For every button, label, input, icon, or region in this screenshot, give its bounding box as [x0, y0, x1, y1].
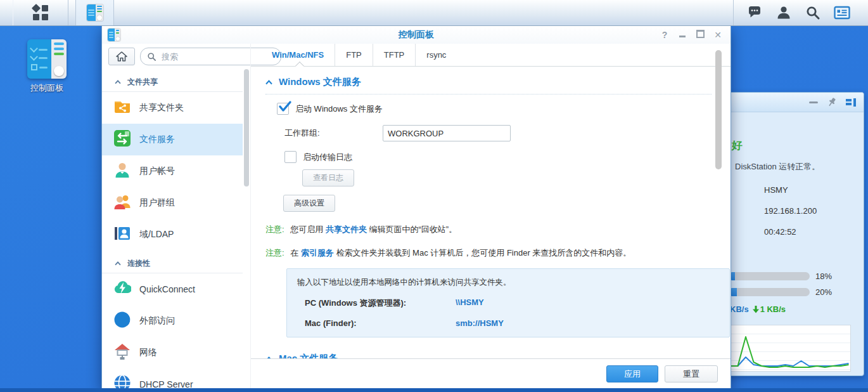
access-address-row: Mac (Finder):smb://HSMY	[297, 318, 719, 328]
sidebar-item-domain-ldap[interactable]: 域/LDAP	[102, 219, 243, 251]
home-button[interactable]	[108, 48, 135, 65]
tab-ftp[interactable]: FTP	[335, 44, 373, 66]
sidebar-item-label: 用户群组	[139, 197, 175, 209]
sidebar-scrollbar[interactable]	[244, 69, 249, 186]
control-panel-window: 控制面板 ? ✕	[101, 25, 731, 389]
download-rate: 1 KB/s	[753, 304, 786, 314]
network-throughput: KB/s 1 KB/s	[730, 304, 786, 314]
divider	[265, 94, 712, 95]
access-address-info-box: 输入以下地址以使用本地网络中的计算机来访问共享文件夹。 PC (Windows …	[286, 268, 730, 337]
download-arrow-icon	[753, 306, 759, 313]
file-service-icon	[113, 129, 131, 150]
widgets-button[interactable]	[830, 0, 854, 25]
utilization-bar	[728, 272, 810, 280]
system-status-text: 好	[732, 138, 743, 153]
help-button[interactable]: ?	[660, 30, 670, 40]
resource-sparkline-chart	[728, 325, 851, 372]
search-icon	[147, 52, 156, 62]
chevron-up-icon	[115, 80, 121, 84]
content-scrollbar[interactable]	[715, 50, 722, 169]
sidebar-item-network[interactable]: 网络	[102, 337, 243, 369]
info-box-intro: 输入以下地址以使用本地网络中的计算机来访问共享文件夹。	[297, 277, 719, 288]
sidebar-section-label: 连接性	[127, 258, 150, 269]
user-menu-button[interactable]	[772, 0, 796, 25]
workgroup-input[interactable]	[383, 125, 511, 141]
note-indexing: 注意: 在 索引服务 检索文件夹并装载到 Mac 计算机后，您可使用 Finde…	[265, 247, 712, 259]
note-recycle-bin: 注意: 您可启用 共享文件夹 编辑页面中的“回收站”。	[265, 224, 712, 235]
sidebar-section-header[interactable]: 连接性	[102, 251, 243, 273]
window-titlebar[interactable]: 控制面板 ? ✕	[102, 26, 731, 44]
desktop-icon-label: 控制面板	[18, 82, 76, 94]
advanced-settings-button[interactable]: 高级设置	[283, 195, 335, 212]
taskbar-control-panel-task[interactable]	[75, 0, 114, 25]
search-button[interactable]	[801, 0, 825, 25]
sidebar-item-quickconnect[interactable]: QuickConnect	[102, 273, 243, 305]
control-panel-icon	[27, 39, 67, 79]
user-icon	[776, 5, 791, 20]
access-address-value: \\HSMY	[456, 297, 484, 309]
windows-file-service-section-header[interactable]: Windows 文件服务	[265, 76, 712, 88]
user-account-icon	[113, 161, 131, 181]
utilization-percent: 18%	[815, 271, 832, 281]
sidebar-item-external-access[interactable]: 外部访问	[102, 305, 243, 337]
system-health-widget-panel: 好 DiskStation 运转正常。 HSMY 192.168.1.200 0…	[726, 92, 864, 376]
apply-button[interactable]: 应用	[606, 365, 658, 382]
sidebar-item-user-account[interactable]: 用户帐号	[102, 155, 243, 187]
sidebar-item-label: 域/LDAP	[139, 229, 174, 240]
quickconnect-icon	[113, 279, 131, 299]
close-button[interactable]: ✕	[713, 30, 723, 40]
tab-rsync[interactable]: rsync	[415, 44, 457, 66]
main-menu-button[interactable]	[13, 0, 68, 25]
domain-ldap-icon	[113, 225, 131, 245]
settings-scroll-area: Windows 文件服务 启动 Windows 文件服务 工作群组: 启动传输日…	[251, 66, 731, 359]
user-group-icon	[113, 193, 131, 213]
desktop-bottom-strip	[0, 388, 868, 392]
sidebar-item-label: 文件服务	[139, 134, 175, 145]
chevron-up-icon	[115, 261, 121, 266]
content-pane: Win/Mac/NFSFTPTFTPrsync Windows 文件服务 启动 …	[250, 44, 731, 389]
chevron-up-icon	[265, 80, 272, 85]
network-icon	[113, 343, 131, 363]
indexing-service-link[interactable]: 索引服务	[301, 248, 334, 258]
widget-dock-icon[interactable]	[846, 98, 856, 107]
utilization-bar	[728, 288, 810, 296]
access-address-label: PC (Windows 资源管理器):	[305, 297, 456, 309]
maximize-button[interactable]	[695, 30, 705, 40]
widgets-icon	[834, 6, 850, 20]
sidebar-item-label: 网络	[139, 347, 157, 358]
taskbar-right-icons	[733, 0, 868, 25]
sidebar-item-file-service[interactable]: 文件服务	[102, 124, 243, 155]
reset-button[interactable]: 重置	[665, 365, 718, 382]
transfer-log-label: 启动传输日志	[303, 152, 352, 163]
sidebar-item-shared-folder[interactable]: 共享文件夹	[102, 92, 243, 124]
desktop-icon-control-panel[interactable]: 控制面板	[18, 39, 76, 94]
sidebar-item-label: 外部访问	[139, 315, 175, 327]
transfer-log-checkbox[interactable]	[284, 151, 297, 163]
ip-address-value: 192.168.1.200	[764, 206, 817, 216]
enable-windows-file-service-checkbox[interactable]	[277, 103, 289, 115]
access-address-row: PC (Windows 资源管理器):\\HSMY	[297, 297, 719, 309]
main-menu-icon	[32, 4, 49, 21]
notifications-button[interactable]	[743, 0, 767, 25]
server-name-value: HSMY	[764, 185, 788, 195]
home-icon	[116, 51, 127, 62]
search-icon	[805, 5, 820, 20]
chat-icon	[747, 5, 762, 20]
view-log-button[interactable]: 查看日志	[302, 169, 354, 186]
sidebar-item-label: QuickConnect	[139, 284, 195, 294]
tab-tftp[interactable]: TFTP	[373, 44, 416, 66]
pin-icon[interactable]	[827, 97, 837, 108]
minimize-button[interactable]	[677, 30, 687, 40]
sidebar-item-label: 共享文件夹	[139, 102, 184, 114]
sidebar-item-label: 用户帐号	[139, 166, 175, 177]
upload-rate: KB/s	[730, 304, 749, 314]
shared-folder-link[interactable]: 共享文件夹	[326, 225, 367, 234]
sidebar-section-header[interactable]: 文件共享	[102, 69, 243, 92]
sidebar: 文件共享共享文件夹文件服务用户帐号用户群组域/LDAP连接性QuickConne…	[102, 44, 250, 389]
widget-panel-header	[727, 93, 864, 112]
sidebar-section-label: 文件共享	[127, 77, 158, 88]
footer-action-bar: 应用 重置	[251, 358, 731, 389]
system-status-description: DiskStation 运转正常。	[735, 161, 820, 173]
widget-minimize-icon[interactable]	[809, 101, 818, 103]
sidebar-item-user-group[interactable]: 用户群组	[102, 187, 243, 219]
